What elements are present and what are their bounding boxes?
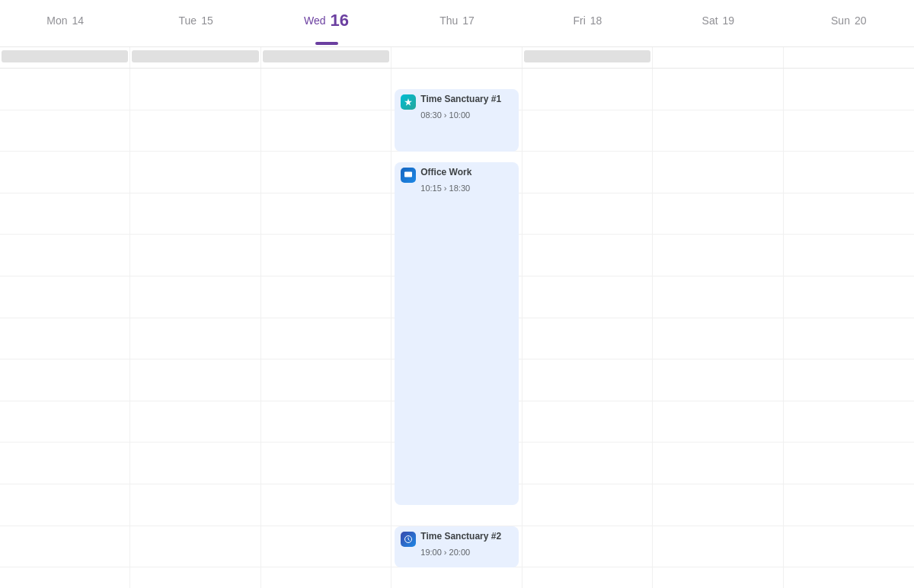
day-number: 16 (331, 11, 349, 30)
calendar-container: Mon14Tue15Wed16Thu17Fri18Sat19Sun20 Time… (0, 0, 914, 588)
event-title: Time Sanctuary #1 (420, 94, 501, 106)
day-column-fri (523, 69, 653, 588)
all-day-bar (132, 50, 258, 62)
svg-rect-0 (404, 171, 412, 177)
day-number: 20 (855, 14, 867, 27)
day-name: Tue (179, 14, 197, 27)
day-number: 19 (723, 14, 735, 27)
all-day-cell-3 (391, 47, 522, 68)
day-number: 17 (462, 14, 475, 27)
day-name: Sat (702, 14, 718, 27)
day-name: Mon (46, 14, 67, 27)
day-column-sat (653, 69, 783, 588)
all-day-strip (0, 47, 914, 69)
day-name: Sun (831, 14, 850, 27)
event-block-evt3[interactable]: Time Sanctuary #219:00 › 20:00 (395, 526, 518, 568)
event-header: Time Sanctuary #2 (401, 531, 512, 547)
day-column-mon (0, 69, 130, 588)
calendar-grid: Time Sanctuary #108:30 › 10:00Office Wor… (0, 69, 914, 588)
event-title: Time Sanctuary #2 (420, 531, 501, 543)
all-day-cell-4 (523, 47, 653, 68)
all-day-cell-1 (130, 47, 260, 68)
monitor-icon (401, 168, 416, 183)
event-header: Office Work (401, 167, 512, 183)
event-time: 19:00 › 20:00 (401, 548, 512, 557)
day-number: 18 (590, 14, 602, 27)
today-indicator (315, 42, 338, 45)
day-header-tue[interactable]: Tue15 (130, 0, 260, 46)
day-column-wed (261, 69, 391, 588)
day-column-tue (130, 69, 260, 588)
all-day-cell-6 (784, 47, 914, 68)
all-day-bar (524, 50, 650, 62)
day-name: Wed (304, 14, 326, 27)
day-header-mon[interactable]: Mon14 (0, 0, 130, 46)
event-header: Time Sanctuary #1 (401, 94, 512, 110)
day-headers-row: Mon14Tue15Wed16Thu17Fri18Sat19Sun20 (0, 0, 914, 47)
day-column-thu: Time Sanctuary #108:30 › 10:00Office Wor… (391, 69, 522, 588)
event-block-evt2[interactable]: Office Work10:15 › 18:30 (395, 162, 518, 506)
all-day-cell-2 (261, 47, 391, 68)
all-day-cell-0 (0, 47, 130, 68)
all-day-bar (2, 50, 128, 62)
day-header-sat[interactable]: Sat19 (653, 0, 783, 46)
day-header-sun[interactable]: Sun20 (784, 0, 914, 46)
clock-icon (401, 532, 416, 547)
day-column-sun (784, 69, 914, 588)
all-day-bar (263, 50, 389, 62)
day-number: 14 (72, 14, 85, 27)
day-header-thu[interactable]: Thu17 (391, 0, 522, 46)
all-day-cell-5 (653, 47, 783, 68)
event-title: Office Work (420, 167, 471, 179)
day-name: Thu (439, 14, 458, 27)
day-name: Fri (573, 14, 585, 27)
star-icon (401, 94, 416, 110)
day-header-wed[interactable]: Wed16 (261, 0, 391, 46)
day-number: 15 (201, 14, 213, 27)
event-time: 08:30 › 10:00 (401, 110, 512, 120)
day-header-fri[interactable]: Fri18 (523, 0, 653, 46)
event-time: 10:15 › 18:30 (401, 184, 512, 193)
event-block-evt1[interactable]: Time Sanctuary #108:30 › 10:00 (395, 89, 518, 152)
